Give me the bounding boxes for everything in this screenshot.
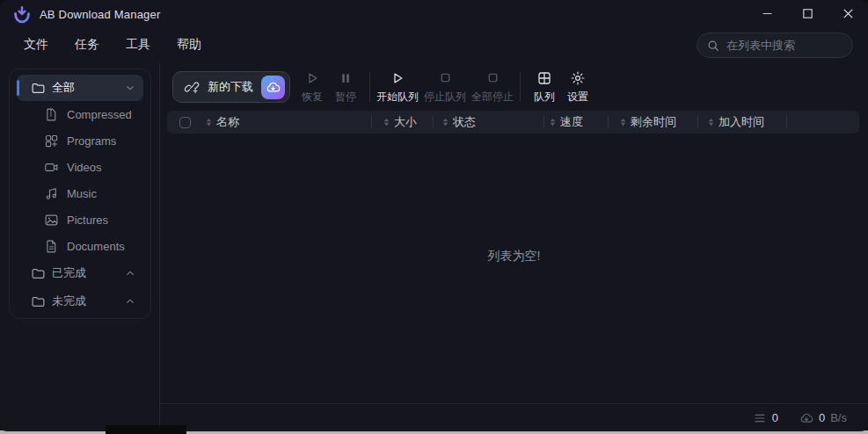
global-speed-icon bbox=[799, 411, 813, 425]
sort-icon bbox=[619, 117, 627, 127]
stop-all-button[interactable]: 全部停止 bbox=[472, 69, 513, 105]
sidebar-item-finished[interactable]: 已完成 bbox=[17, 260, 143, 286]
column-label: 加入时间 bbox=[718, 114, 764, 130]
pause-icon bbox=[338, 69, 354, 86]
sidebar-item-label: 全部 bbox=[52, 80, 124, 96]
menu-tools[interactable]: 工具 bbox=[116, 33, 160, 56]
column-header-time-left[interactable]: 剩余时间 bbox=[609, 111, 697, 134]
column-header-status[interactable]: 状态 bbox=[434, 111, 543, 134]
sidebar-item-documents[interactable]: Documents bbox=[17, 233, 143, 259]
column-header-size[interactable]: 大小 bbox=[372, 111, 433, 134]
column-label: 状态 bbox=[453, 114, 476, 130]
settings-button[interactable]: 设置 bbox=[561, 69, 594, 105]
chevron-down-icon[interactable] bbox=[124, 82, 136, 94]
status-bar: 0 0 B/s bbox=[160, 403, 868, 431]
column-label: 大小 bbox=[394, 114, 417, 130]
resume-button[interactable]: 恢复 bbox=[295, 69, 329, 105]
minimize-button[interactable] bbox=[747, 0, 787, 26]
sidebar-item-label: Documents bbox=[67, 240, 136, 253]
column-separator[interactable] bbox=[786, 116, 787, 128]
gear-icon bbox=[570, 69, 586, 86]
sidebar-item-compressed[interactable]: Compressed bbox=[17, 101, 143, 127]
play-icon bbox=[390, 69, 405, 86]
column-header-date-added[interactable]: 加入时间 bbox=[698, 111, 786, 134]
download-list-header: 名称 大小 状态 速度 剩余时间 加入时间 bbox=[167, 111, 859, 134]
sidebar-item-label: Programs bbox=[67, 134, 136, 148]
sort-icon bbox=[441, 117, 449, 127]
settings-label: 设置 bbox=[567, 90, 588, 105]
sidebar-item-label: Music bbox=[67, 187, 136, 200]
apps-grid-icon bbox=[44, 134, 59, 148]
sidebar-item-label: 未完成 bbox=[52, 293, 124, 309]
sort-icon bbox=[549, 117, 557, 127]
import-download-button[interactable] bbox=[261, 76, 285, 99]
stop-icon bbox=[438, 69, 453, 86]
app-logo-icon bbox=[12, 5, 32, 25]
sidebar-item-pictures[interactable]: Pictures bbox=[17, 206, 143, 233]
play-icon bbox=[304, 69, 320, 86]
column-label: 剩余时间 bbox=[631, 114, 676, 130]
pause-label: 暂停 bbox=[335, 90, 356, 105]
title-bar: AB Download Manager bbox=[0, 0, 868, 29]
window-controls bbox=[747, 0, 868, 26]
select-all-checkbox[interactable] bbox=[179, 117, 191, 128]
queues-label: 队列 bbox=[534, 90, 555, 105]
sidebar-item-music[interactable]: Music bbox=[17, 180, 143, 206]
folder-icon bbox=[31, 81, 46, 96]
menu-tasks[interactable]: 任务 bbox=[65, 33, 109, 56]
selected-accent-bar bbox=[17, 80, 19, 96]
start-queue-label: 开始队列 bbox=[376, 90, 419, 105]
sort-icon bbox=[707, 117, 715, 127]
toolbar-separator bbox=[369, 72, 370, 102]
search-input[interactable] bbox=[726, 39, 843, 52]
stop-queue-label: 停止队列 bbox=[424, 90, 466, 105]
menu-file[interactable]: 文件 bbox=[14, 33, 58, 56]
window-title: AB Download Manager bbox=[40, 8, 161, 21]
queues-button[interactable]: 队列 bbox=[528, 69, 561, 105]
empty-list-message: 列表为空! bbox=[160, 249, 868, 264]
menu-help[interactable]: 帮助 bbox=[167, 33, 211, 56]
global-speed-value: 0 bbox=[819, 411, 825, 424]
sidebar-divider bbox=[159, 62, 160, 431]
sidebar-item-videos[interactable]: Videos bbox=[17, 154, 143, 180]
download-list-count-icon bbox=[753, 411, 767, 425]
sidebar-item-unfinished[interactable]: 未完成 bbox=[17, 288, 143, 315]
resume-label: 恢复 bbox=[302, 90, 323, 105]
close-button[interactable] bbox=[828, 0, 868, 26]
folder-icon bbox=[31, 266, 46, 281]
music-note-icon bbox=[44, 186, 59, 201]
add-link-icon bbox=[184, 79, 200, 95]
new-download-label: 新的下载 bbox=[208, 79, 253, 95]
sort-icon bbox=[383, 117, 390, 127]
global-speed-unit: B/s bbox=[830, 411, 847, 424]
column-header-speed[interactable]: 速度 bbox=[544, 111, 608, 134]
sidebar-item-label: Videos bbox=[67, 161, 136, 174]
video-camera-icon bbox=[44, 160, 59, 175]
column-header-name[interactable]: 名称 bbox=[202, 111, 371, 134]
app-window: AB Download Manager 文件 任务 工具 帮助 全部 Compr… bbox=[0, 0, 868, 431]
download-count: 0 bbox=[772, 411, 778, 424]
new-download-button[interactable]: 新的下载 bbox=[172, 71, 290, 103]
sidebar-item-programs[interactable]: Programs bbox=[17, 127, 143, 154]
document-icon bbox=[44, 239, 59, 254]
sidebar-item-all[interactable]: 全部 bbox=[17, 75, 143, 101]
maximize-button[interactable] bbox=[787, 0, 828, 26]
chevron-up-icon[interactable] bbox=[124, 295, 136, 307]
stop-icon bbox=[485, 69, 500, 86]
column-label: 名称 bbox=[216, 114, 239, 130]
sidebar-item-label: 已完成 bbox=[52, 265, 124, 281]
pause-button[interactable]: 暂停 bbox=[329, 69, 362, 105]
column-label: 速度 bbox=[560, 114, 583, 130]
zip-file-icon bbox=[44, 107, 59, 122]
stop-all-label: 全部停止 bbox=[471, 90, 514, 105]
folder-icon bbox=[31, 294, 46, 309]
category-sidebar: 全部 Compressed Programs Videos Music Pict… bbox=[9, 69, 151, 319]
queue-grid-icon bbox=[536, 69, 552, 86]
search-box[interactable] bbox=[697, 33, 853, 58]
stop-queue-button[interactable]: 停止队列 bbox=[425, 69, 465, 105]
toolbar: 新的下载 恢复 暂停 开始队列 停止队列 全部停止 bbox=[172, 69, 594, 105]
sidebar-item-label: Pictures bbox=[67, 213, 136, 227]
toolbar-separator bbox=[520, 72, 521, 102]
start-queue-button[interactable]: 开始队列 bbox=[377, 69, 418, 105]
chevron-up-icon[interactable] bbox=[124, 267, 136, 279]
